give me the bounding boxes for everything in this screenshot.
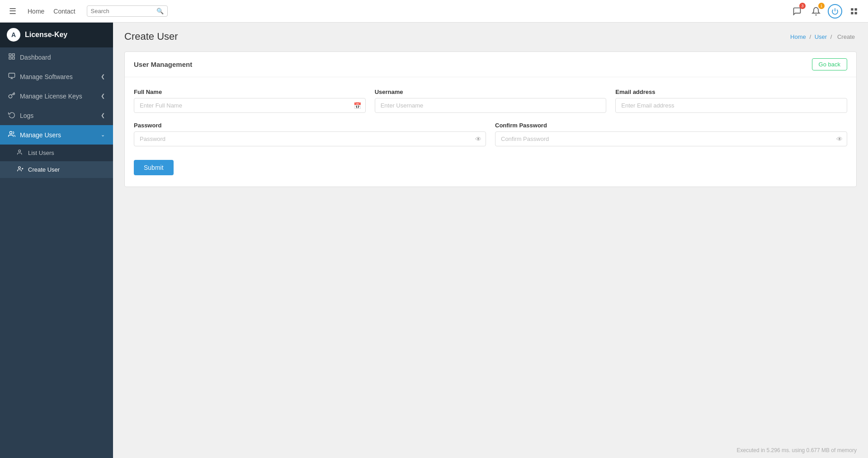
power-icon [831, 8, 839, 15]
list-users-icon [17, 149, 24, 157]
top-navigation: ☰ Home Contact 🔍 3 1 [0, 0, 868, 23]
main-content: Create User Home / User / Create User Ma… [113, 23, 868, 458]
page-footer: Executed in 5.296 ms. using 0.677 MB of … [113, 443, 868, 458]
card-body: Full Name 📅 Username Email address [125, 77, 856, 187]
card-header: User Management Go back [125, 52, 856, 77]
sidebar-item-manage-softwares[interactable]: Manage Softwares ❮ [0, 67, 113, 86]
breadcrumb-sep-2: / [830, 33, 834, 40]
messages-badge: 3 [799, 3, 806, 9]
form-row-2: Password 👁 Confirm Password 👁 [134, 122, 847, 146]
sidebar-item-dashboard[interactable]: Dashboard [0, 47, 113, 67]
search-input[interactable] [91, 8, 154, 14]
chevron-right-icon-2: ❮ [101, 93, 105, 99]
form-group-username: Username [375, 89, 607, 113]
email-input[interactable] [615, 98, 847, 113]
sidebar-item-logs-label: Logs [20, 112, 33, 119]
sidebar-item-logs[interactable]: Logs ❮ [0, 106, 113, 125]
sidebar-item-manage-users-label: Manage Users [20, 131, 61, 139]
form-group-confirm-password: Confirm Password 👁 [495, 122, 847, 146]
svg-rect-3 [851, 12, 853, 14]
sidebar-sub-item-list-users[interactable]: List Users [0, 145, 113, 161]
sidebar-item-manage-users[interactable]: Manage Users ⌄ [0, 125, 113, 145]
calendar-icon: 📅 [354, 102, 361, 109]
form-group-password: Password 👁 [134, 122, 486, 146]
form-group-email: Email address [615, 89, 847, 113]
full-name-input-wrap: 📅 [134, 98, 366, 113]
username-label: Username [375, 89, 607, 95]
page-title: Create User [124, 31, 178, 42]
svg-point-13 [19, 150, 21, 152]
users-icon [8, 131, 15, 139]
key-icon [8, 92, 15, 100]
footer-text: Executed in 5.296 ms. using 0.677 MB of … [737, 447, 857, 453]
notifications-button[interactable]: 1 [809, 4, 823, 19]
confirm-password-input[interactable] [495, 131, 847, 146]
username-input[interactable] [375, 98, 607, 113]
sidebar-brand: A License-Key [0, 23, 113, 47]
svg-point-14 [19, 167, 21, 169]
breadcrumb-sep-1: / [809, 33, 812, 40]
monitor-icon [8, 72, 15, 81]
brand-icon: A [7, 28, 20, 42]
password-input-wrap: 👁 [134, 131, 486, 146]
svg-rect-6 [12, 54, 14, 56]
email-label: Email address [615, 89, 847, 95]
email-input-wrap [615, 98, 847, 113]
password-label: Password [134, 122, 486, 129]
form-group-fullname: Full Name 📅 [134, 89, 366, 113]
username-input-wrap [375, 98, 607, 113]
sidebar-item-manage-license-keys[interactable]: Manage License Keys ❮ [0, 86, 113, 106]
breadcrumb-create: Create [837, 33, 855, 40]
full-name-input[interactable] [134, 98, 366, 113]
sidebar-item-manage-softwares-label: Manage Softwares [20, 73, 73, 80]
eye-icon-2: 👁 [836, 136, 843, 143]
confirm-password-input-wrap: 👁 [495, 131, 847, 146]
form-row-1: Full Name 📅 Username Email address [134, 89, 847, 113]
manage-users-submenu: List Users Create User [0, 145, 113, 178]
chevron-right-icon-3: ❮ [101, 112, 105, 118]
svg-rect-7 [9, 57, 11, 59]
go-back-button[interactable]: Go back [812, 58, 847, 70]
messages-button[interactable]: 3 [790, 4, 804, 19]
nav-contact-link[interactable]: Contact [53, 8, 75, 15]
grid-icon [850, 7, 858, 15]
breadcrumb: Home / User / Create [790, 33, 857, 40]
create-user-label: Create User [28, 166, 60, 173]
submit-button[interactable]: Submit [134, 160, 174, 175]
power-button[interactable] [828, 4, 842, 19]
search-icon: 🔍 [156, 8, 164, 14]
dashboard-icon [8, 53, 15, 61]
page-header: Create User Home / User / Create [113, 23, 868, 47]
user-management-card: User Management Go back Full Name 📅 User… [124, 51, 857, 187]
breadcrumb-user[interactable]: User [815, 33, 827, 40]
password-input[interactable] [134, 131, 486, 146]
brand-name: License-Key [25, 31, 67, 39]
list-users-label: List Users [28, 150, 54, 156]
chevron-down-icon: ⌄ [101, 132, 105, 138]
grid-button[interactable] [847, 4, 861, 19]
main-layout: A License-Key Dashboard Manage Softwares… [0, 23, 868, 458]
eye-icon: 👁 [475, 136, 481, 143]
svg-rect-4 [855, 12, 857, 14]
svg-point-12 [9, 131, 12, 134]
topnav-icon-group: 3 1 [790, 4, 861, 19]
svg-rect-2 [855, 8, 857, 10]
sidebar-item-dashboard-label: Dashboard [20, 54, 51, 61]
svg-rect-8 [12, 57, 14, 59]
breadcrumb-home[interactable]: Home [790, 33, 806, 40]
confirm-password-label: Confirm Password [495, 122, 847, 129]
sidebar-item-manage-license-keys-label: Manage License Keys [20, 93, 82, 100]
svg-rect-9 [9, 73, 14, 77]
notifications-badge: 1 [818, 3, 825, 9]
hamburger-icon[interactable]: ☰ [7, 4, 19, 19]
create-user-icon [17, 166, 24, 173]
sidebar: A License-Key Dashboard Manage Softwares… [0, 23, 113, 458]
search-box: 🔍 [87, 5, 168, 17]
nav-home-link[interactable]: Home [28, 8, 44, 15]
svg-rect-5 [9, 54, 11, 56]
svg-rect-1 [851, 8, 853, 10]
history-icon [8, 111, 15, 120]
sidebar-sub-item-create-user[interactable]: Create User [0, 161, 113, 178]
card-title: User Management [134, 61, 192, 68]
chevron-right-icon: ❮ [101, 74, 105, 79]
